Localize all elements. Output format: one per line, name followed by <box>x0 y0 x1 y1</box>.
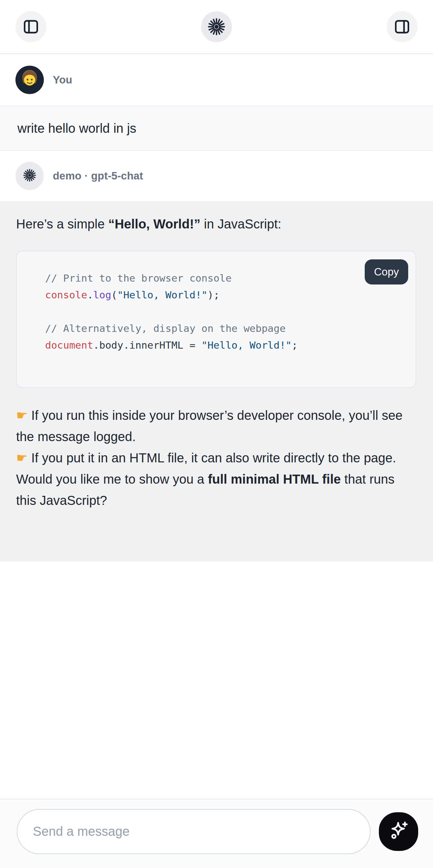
chat-screen: You write hello world in js demo · gpt-5… <box>0 0 433 868</box>
starburst-spinner-icon <box>207 17 226 37</box>
assistant-notes: ☛ If you run this inside your browser’s … <box>16 405 417 468</box>
composer-bar <box>0 799 433 868</box>
point-right-emoji: ☛ <box>16 451 28 465</box>
starburst-icon <box>22 168 37 184</box>
user-sender-name: You <box>53 74 72 86</box>
assistant-question-text: Would you like me to show you a full min… <box>16 468 417 511</box>
assistant-avatar <box>16 162 44 190</box>
send-button[interactable] <box>379 812 418 851</box>
note-line: ☛ If you put it in an HTML file, it can … <box>16 447 417 468</box>
assistant-message: Here’s a simple “Hello, World!” in JavaS… <box>0 201 433 562</box>
top-bar <box>0 0 433 54</box>
person-emoji-icon <box>16 66 44 94</box>
note-line: ☛ If you run this inside your browser’s … <box>16 405 417 447</box>
message-input[interactable] <box>17 809 371 854</box>
assistant-intro-text: Here’s a simple “Hello, World!” in JavaS… <box>16 213 417 235</box>
assistant-sender-row: demo · gpt-5-chat <box>0 151 433 201</box>
point-right-emoji: ☛ <box>16 408 28 423</box>
panel-left-icon <box>22 18 40 36</box>
panel-right-icon <box>393 18 411 36</box>
sparkle-plus-icon <box>387 819 410 843</box>
assistant-model-name: demo · gpt-5-chat <box>53 170 143 182</box>
sidebar-toggle-button[interactable] <box>16 11 47 42</box>
user-message-text: write hello world in js <box>18 121 136 136</box>
user-message: write hello world in js <box>0 106 433 151</box>
model-spinner-button[interactable] <box>201 11 232 42</box>
panel-toggle-button[interactable] <box>386 11 417 42</box>
user-avatar <box>16 66 44 94</box>
user-sender-row: You <box>0 54 433 106</box>
code-block: Copy // Print to the browser consolecons… <box>16 251 416 388</box>
code-content: // Print to the browser consoleconsole.l… <box>17 251 415 353</box>
empty-chat-space <box>0 562 433 799</box>
copy-button[interactable]: Copy <box>365 259 408 284</box>
